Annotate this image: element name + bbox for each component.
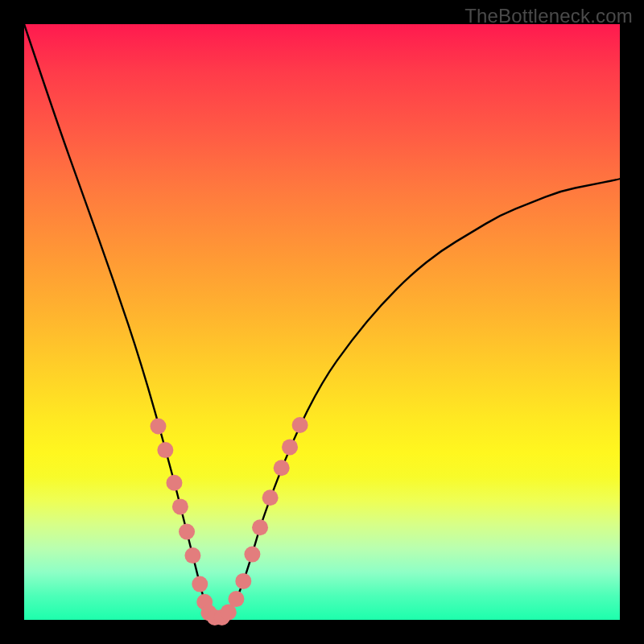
- curve-marker: [228, 591, 244, 607]
- curve-marker: [252, 519, 268, 535]
- curve-marker: [282, 439, 298, 455]
- curve-marker: [166, 475, 182, 491]
- plot-area: [24, 24, 620, 620]
- watermark-text: TheBottleneck.com: [464, 5, 633, 27]
- curve-svg: [24, 24, 620, 620]
- curve-marker: [157, 442, 173, 458]
- curve-marker: [172, 498, 188, 514]
- marker-group: [151, 417, 308, 625]
- chart-frame: TheBottleneck.com: [0, 0, 644, 644]
- curve-marker: [244, 547, 260, 563]
- curve-marker: [274, 460, 290, 476]
- bottleneck-curve-path: [24, 24, 620, 620]
- curve-marker: [235, 573, 251, 589]
- curve-marker: [184, 547, 200, 564]
- curve-marker: [179, 523, 195, 539]
- curve-marker: [262, 489, 279, 506]
- curve-marker: [151, 419, 167, 435]
- curve-marker: [292, 417, 308, 433]
- curve-marker: [192, 576, 208, 592]
